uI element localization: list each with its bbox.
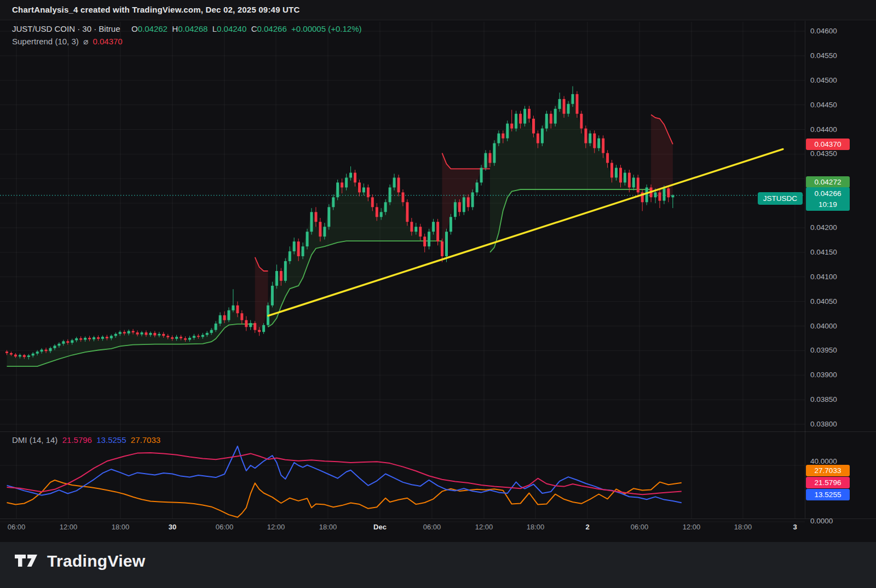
close-value: 0.04266	[257, 24, 287, 33]
candle-body	[136, 332, 139, 335]
candle-body	[345, 178, 348, 188]
tradingview-logo[interactable]: TradingView	[14, 552, 145, 570]
candle-body	[245, 320, 247, 327]
chart-canvas[interactable]	[0, 0, 876, 542]
candle-body	[323, 227, 326, 237]
time-axis-label: 18:00	[734, 522, 752, 532]
candle-body	[397, 178, 400, 193]
candle-body	[671, 195, 674, 198]
tradingview-logo-text: TradingView	[47, 552, 145, 570]
last-price-value: 0.04266	[806, 188, 850, 199]
time-axis-label: 12:00	[267, 522, 285, 532]
candle-body	[236, 305, 239, 313]
candle-body	[545, 114, 548, 129]
candle-body	[476, 182, 479, 192]
low-label: L	[212, 24, 217, 33]
dmi-plus-di-value: 21.5796	[62, 435, 92, 445]
symbol-pill: JSTUSDC	[758, 192, 803, 205]
price-axis-label: 0.04550	[810, 51, 837, 60]
candle-body	[23, 355, 26, 358]
candle-body	[175, 337, 178, 339]
candle-body	[380, 212, 383, 217]
candle-body	[171, 337, 174, 339]
candle-body	[471, 192, 474, 207]
candle-body	[563, 99, 566, 114]
candle-body	[336, 182, 339, 197]
supertrend-value: 0.04370	[93, 37, 122, 46]
candle-body	[240, 313, 243, 320]
candle-body	[485, 153, 487, 168]
supertrend-price-tag: 0.04370	[806, 139, 850, 150]
price-axis-label: 0.04450	[810, 101, 837, 109]
candle-body	[93, 337, 95, 339]
dmi-minus_di-line	[7, 446, 682, 503]
candle-body	[362, 187, 365, 192]
candle-body	[289, 251, 291, 261]
price-axis-label: 0.03850	[810, 395, 837, 404]
time-axis-label: 06:00	[423, 522, 441, 532]
price-axis-label: 0.04050	[810, 297, 837, 306]
candle-body	[432, 222, 435, 232]
candle-body	[45, 350, 48, 351]
candle-body	[88, 338, 91, 339]
candle-body	[515, 114, 517, 129]
candle-body	[558, 99, 561, 109]
candle-body	[84, 338, 87, 340]
price-axis-label: 0.04000	[810, 322, 837, 331]
candle-body	[36, 351, 39, 354]
candle-body	[57, 344, 60, 346]
candle-body	[27, 355, 30, 357]
candle-body	[402, 192, 405, 202]
candle-body	[349, 173, 352, 178]
dmi-axis-label: 0.0000	[810, 517, 833, 526]
price-axis-label: 0.04150	[810, 248, 837, 257]
candle-body	[445, 232, 448, 256]
candle-body	[449, 217, 452, 232]
dmi-value-tag: 21.5796	[806, 477, 850, 488]
candle-body	[14, 355, 17, 357]
candle-body	[71, 341, 73, 343]
candle-body	[227, 310, 230, 320]
candle-body	[628, 173, 631, 188]
candle-body	[293, 241, 296, 251]
dmi-minus-di-value: 13.5255	[96, 435, 126, 445]
price-axis-label: 0.04350	[810, 149, 837, 158]
time-axis-label: 18:00	[319, 522, 337, 532]
candle-body	[302, 246, 304, 256]
candle-body	[49, 348, 52, 351]
dmi-plot	[7, 446, 682, 517]
candle-body	[667, 188, 670, 197]
price-axis-label: 0.04400	[810, 125, 837, 134]
supertrend-legend[interactable]: Supertrend (10, 3) ⌀ 0.04370	[12, 37, 123, 47]
candle-body	[646, 187, 648, 202]
candle-body	[188, 338, 191, 340]
candle-body	[249, 323, 252, 327]
time-axis-label: 30	[169, 522, 176, 532]
high-label: H	[172, 24, 178, 33]
candle-body	[567, 104, 570, 114]
dmi-value-tag: 13.5255	[806, 489, 850, 500]
candle-body	[19, 355, 21, 357]
candle-body	[180, 337, 182, 338]
candle-body	[210, 330, 213, 333]
candle-body	[166, 336, 169, 337]
candle-body	[584, 129, 587, 143]
dmi-legend[interactable]: DMI (14, 14) 21.5796 13.5255 27.7033	[12, 435, 160, 445]
candle-body	[141, 332, 143, 335]
price-axis-label: 0.04600	[810, 27, 837, 36]
candle-body	[341, 182, 343, 187]
candle-body	[258, 330, 261, 332]
candle-body	[428, 232, 430, 246]
time-axis-label: 12:00	[60, 522, 78, 532]
candle-body	[262, 325, 265, 332]
candle-body	[158, 334, 160, 336]
symbol-legend[interactable]: JUST/USD COIN · 30 · Bitrue O0.04262 H0.…	[12, 24, 362, 33]
time-axis-label: 18:00	[112, 522, 130, 532]
candle-body	[106, 337, 108, 338]
candle-body	[184, 338, 187, 340]
symbol-description: JUST/USD COIN · 30 · Bitrue	[12, 24, 120, 33]
candle-body	[280, 271, 283, 281]
candle-body	[358, 182, 361, 192]
time-axis-label: 18:00	[527, 522, 545, 532]
candle-body	[253, 323, 256, 330]
